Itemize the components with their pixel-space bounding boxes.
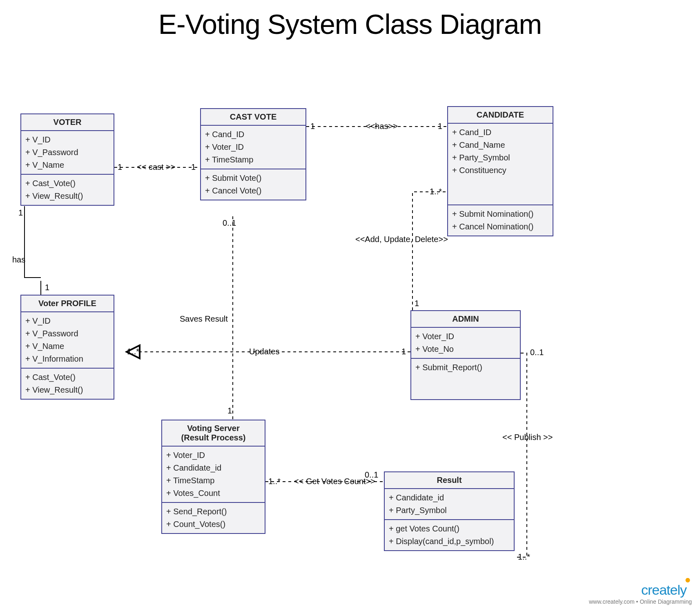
mult-label: 1 bbox=[438, 122, 442, 131]
attr: + Voter_ID bbox=[415, 330, 516, 343]
attr: + Cand_Name bbox=[452, 139, 548, 151]
class-admin-title: ADMIN bbox=[411, 311, 520, 328]
footer-branding: creately• www.creately.com • Online Diag… bbox=[589, 580, 692, 605]
attr: + TimeStamp bbox=[205, 153, 301, 166]
mult-label: 1..* bbox=[430, 187, 442, 196]
op: + Cast_Vote() bbox=[25, 177, 109, 190]
attr: + Cand_ID bbox=[205, 128, 301, 141]
class-admin: ADMIN + Voter_ID + Vote_No + Submit_Repo… bbox=[410, 310, 521, 400]
title-line: (Result Process) bbox=[164, 433, 263, 442]
diagram-canvas: VOTER + V_ID + V_Password + V_Name + Cas… bbox=[0, 0, 700, 609]
attr: + V_Password bbox=[25, 327, 109, 340]
mult-label: 1..* bbox=[518, 552, 530, 562]
class-candidate: CANDIDATE + Cand_ID + Cand_Name + Party_… bbox=[447, 106, 553, 236]
op: + get Votes Count() bbox=[389, 522, 510, 535]
class-votingserver: Voting Server (Result Process) + Voter_I… bbox=[161, 420, 265, 534]
attr: + Votes_Count bbox=[166, 487, 261, 500]
op: + Count_Votes() bbox=[166, 518, 261, 531]
attr: + Party_Symbol bbox=[452, 151, 548, 164]
mult-label: 1 bbox=[227, 406, 232, 416]
attr: + Constituency bbox=[452, 164, 548, 177]
op: + Submit_Report() bbox=[415, 361, 516, 374]
mult-label: 1 bbox=[118, 162, 122, 172]
attr: + TimeStamp bbox=[166, 474, 261, 487]
mult-label: 1..* bbox=[127, 347, 139, 356]
mult-label: 0..1 bbox=[530, 348, 544, 357]
assoc-label-crud: <<Add, Update, Delete>> bbox=[355, 235, 448, 244]
attr: + V_Name bbox=[25, 340, 109, 353]
assoc-label-cast: << cast >> bbox=[137, 162, 176, 172]
class-voterprofile-title: Voter PROFILE bbox=[21, 296, 114, 312]
title-line: Voting Server bbox=[164, 424, 263, 433]
assoc-label-updates: Updates bbox=[249, 347, 280, 356]
class-result-title: Result bbox=[385, 472, 514, 489]
op: + View_Result() bbox=[25, 384, 109, 396]
mult-label: 1 bbox=[18, 208, 23, 218]
attr: + Candidate_id bbox=[389, 491, 510, 504]
op: + Cancel Vote() bbox=[205, 184, 301, 197]
op: + Cast_Vote() bbox=[25, 371, 109, 384]
op: + Send_Report() bbox=[166, 505, 261, 518]
op: + Cancel Nomination() bbox=[452, 220, 548, 233]
assoc-label-getvotes: << Get Votes Count>> bbox=[294, 477, 375, 486]
brand-logo: creately• bbox=[589, 580, 692, 598]
attr: + V_ID bbox=[25, 133, 109, 146]
class-voterprofile: Voter PROFILE + V_ID + V_Password + V_Na… bbox=[20, 295, 114, 400]
brand-tagline: www.creately.com • Online Diagramming bbox=[589, 598, 692, 605]
op: + View_Result() bbox=[25, 190, 109, 202]
assoc-label-publish: << Publish >> bbox=[502, 433, 553, 442]
attr: + V_Password bbox=[25, 146, 109, 159]
assoc-label-saves: Saves Result bbox=[180, 314, 228, 324]
attr: + V_Information bbox=[25, 353, 109, 365]
mult-label: 1 bbox=[45, 283, 49, 292]
class-result: Result + Candidate_id + Party_Symbol + g… bbox=[384, 471, 515, 551]
class-castvote: CAST VOTE + Cand_ID + Voter_ID + TimeSta… bbox=[200, 108, 306, 200]
mult-label: 0..1 bbox=[365, 470, 378, 480]
class-voter: VOTER + V_ID + V_Password + V_Name + Cas… bbox=[20, 113, 114, 206]
attr: + V_Name bbox=[25, 159, 109, 171]
attr: + Party_Symbol bbox=[389, 504, 510, 517]
mult-label: 1 bbox=[310, 122, 315, 131]
mult-label: 0..1 bbox=[223, 218, 236, 228]
mult-label: 1..* bbox=[268, 477, 281, 486]
attr: + Cand_ID bbox=[452, 126, 548, 139]
op: + Submit Vote() bbox=[205, 172, 301, 184]
class-votingserver-title: Voting Server (Result Process) bbox=[162, 420, 265, 447]
attr: + V_ID bbox=[25, 315, 109, 327]
mult-label: 1 bbox=[415, 299, 419, 308]
class-candidate-title: CANDIDATE bbox=[448, 107, 553, 124]
class-castvote-title: CAST VOTE bbox=[201, 109, 305, 126]
attr: + Candidate_id bbox=[166, 462, 261, 474]
op: + Submit Nomination() bbox=[452, 208, 548, 220]
attr: + Voter_ID bbox=[205, 141, 301, 153]
assoc-label-has: <<has>> bbox=[366, 122, 398, 131]
mult-label: 1 bbox=[191, 162, 196, 172]
lightbulb-icon: • bbox=[685, 571, 690, 589]
op: + Display(cand_id,p_symbol) bbox=[389, 535, 510, 548]
class-voter-title: VOTER bbox=[21, 114, 114, 131]
attr: + Voter_ID bbox=[166, 449, 261, 462]
attr: + Vote_No bbox=[415, 343, 516, 356]
assoc-label-has: has bbox=[12, 255, 25, 264]
mult-label: 1 bbox=[401, 347, 406, 356]
